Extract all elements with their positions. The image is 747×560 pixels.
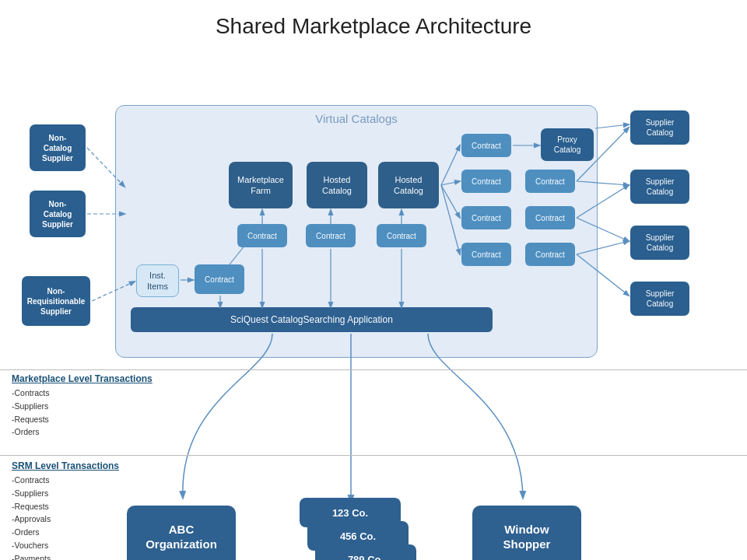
contract-r1c2: Contract xyxy=(525,170,575,193)
contract-left-box: Contract xyxy=(195,264,244,294)
supplier-catalog-4: SupplierCatalog xyxy=(630,282,689,316)
contract-r3c1: Contract xyxy=(461,206,511,229)
non-catalog-supplier-2: Non-CatalogSupplier xyxy=(30,191,86,237)
virtual-catalogs-label: Virtual Catalogs xyxy=(315,112,398,125)
hosted-catalog-2-box: HostedCatalog xyxy=(378,162,439,208)
contract-r3c2: Contract xyxy=(525,243,575,266)
marketplace-transactions-items: -Contracts-Suppliers-Requests-Orders xyxy=(12,387,153,439)
contract-r4c1: Contract xyxy=(461,243,511,266)
marketplace-transactions: Marketplace Level Transactions -Contract… xyxy=(12,373,153,439)
supplier-catalog-2: SupplierCatalog xyxy=(630,170,689,204)
contract-r2c2: Contract xyxy=(525,206,575,229)
supplier-catalog-3: SupplierCatalog xyxy=(630,226,689,260)
contract-row-2: Contract xyxy=(306,224,356,247)
sciquest-bar: SciQuest CatalogSearching Application xyxy=(131,307,493,332)
srm-transactions-items: -Contracts-Suppliers-Requests-Approvals-… xyxy=(12,474,119,560)
co123-box-3: 789 Co. xyxy=(315,544,416,560)
contract-r2c1: Contract xyxy=(461,170,511,193)
non-catalog-supplier-1: Non-CatalogSupplier xyxy=(30,124,86,171)
proxy-catalog-box: ProxyCatalog xyxy=(541,128,594,161)
divider-2 xyxy=(0,455,747,456)
svg-line-19 xyxy=(595,124,629,128)
hosted-catalog-1-box: HostedCatalog xyxy=(307,162,367,208)
diagram: Virtual Catalogs Non-CatalogSupplier Non… xyxy=(0,47,747,560)
non-requisitionable-supplier: Non-RequisitionableSupplier xyxy=(22,276,90,326)
marketplace-transactions-label[interactable]: Marketplace Level Transactions xyxy=(12,373,153,384)
srm-transactions-label[interactable]: SRM Level Transactions xyxy=(12,460,119,471)
marketplace-form-box: MarketplaceFarm xyxy=(229,162,293,208)
contract-row-1: Contract xyxy=(237,224,287,247)
srm-transactions: SRM Level Transactions -Contracts-Suppli… xyxy=(12,460,119,560)
co123-group: 123 Co. 456 Co. 789 Co. xyxy=(300,498,409,560)
supplier-catalog-1: SupplierCatalog xyxy=(630,110,689,145)
page-title: Shared Marketplace Architecture xyxy=(0,0,747,47)
abc-org-box: ABCOrganization xyxy=(127,506,236,560)
inst-items-box: Inst.Items xyxy=(136,264,179,297)
contract-r1c1: Contract xyxy=(461,134,511,157)
divider-1 xyxy=(0,369,747,370)
contract-row-3: Contract xyxy=(377,224,426,247)
window-shopper-box: WindowShopper xyxy=(472,506,581,560)
